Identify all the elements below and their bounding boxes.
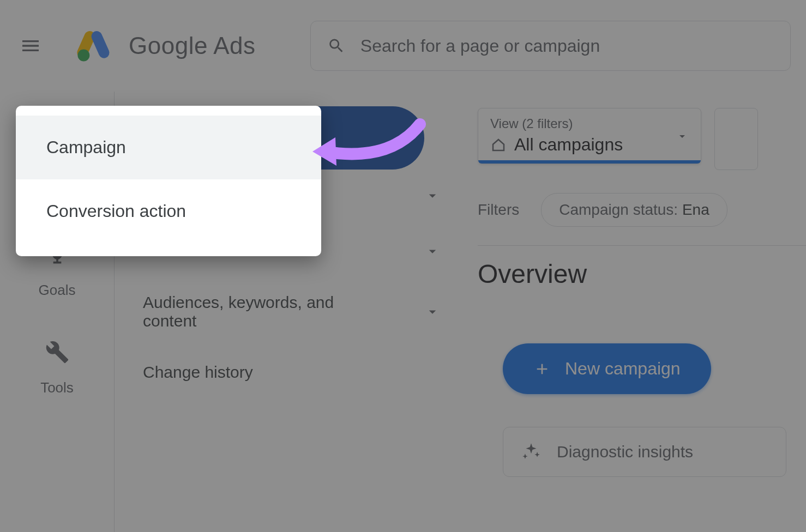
view-selector-extra[interactable] (714, 108, 758, 170)
search-icon (327, 36, 345, 56)
search-input[interactable] (360, 36, 774, 56)
sparkle-icon (521, 442, 542, 462)
plus-icon (533, 360, 551, 378)
app-header: Google Ads (0, 0, 806, 92)
nav-item-change-history[interactable]: Change history (131, 349, 453, 396)
diagnostic-insights-label: Diagnostic insights (557, 443, 693, 461)
create-dropdown: Campaign Conversion action (16, 106, 321, 256)
filter-key: Campaign status: (559, 201, 682, 218)
chevron-down-icon (424, 304, 441, 320)
caret-down-icon (676, 130, 689, 143)
dropdown-item-campaign[interactable]: Campaign (16, 116, 321, 179)
active-underline (478, 160, 701, 164)
search-box[interactable] (310, 21, 791, 71)
view-selector[interactable]: View (2 filters) All campaigns (478, 108, 701, 164)
nav-label-audiences: Audiences, keywords, and content (143, 293, 372, 330)
product-name: Google Ads (129, 32, 256, 59)
hamburger-icon (20, 35, 41, 57)
new-campaign-button[interactable]: New campaign (503, 343, 711, 394)
svg-point-2 (77, 50, 89, 62)
filters-label: Filters (478, 201, 519, 219)
filters-row: Filters Campaign status: Ena (478, 193, 806, 227)
view-filter-row: View (2 filters) All campaigns (478, 108, 806, 170)
divider (478, 245, 806, 246)
nav-item-audiences[interactable]: Audiences, keywords, and content (131, 279, 453, 344)
rail-label-goals: Goals (39, 282, 76, 299)
tools-icon (45, 340, 69, 364)
view-filter-count: View (2 filters) (490, 116, 689, 131)
chevron-down-icon (424, 188, 441, 204)
chevron-down-icon (424, 243, 441, 259)
menu-button[interactable] (15, 31, 46, 61)
filter-pill-campaign-status[interactable]: Campaign status: Ena (541, 193, 727, 227)
nav-label-change-history: Change history (143, 363, 253, 382)
logo-cluster: Google Ads (74, 26, 256, 65)
page-title: Overview (478, 259, 806, 289)
rail-item-tools[interactable]: Tools (0, 330, 114, 396)
filter-val: Ena (682, 201, 709, 218)
google-ads-logo (74, 26, 113, 65)
diagnostic-insights-card[interactable]: Diagnostic insights (503, 427, 786, 477)
main-content: View (2 filters) All campaigns Filters C… (469, 92, 806, 532)
new-campaign-label: New campaign (565, 359, 681, 379)
svg-rect-1 (89, 29, 111, 60)
view-selector-value: All campaigns (514, 135, 623, 155)
home-icon (490, 137, 507, 153)
dropdown-item-conversion-action[interactable]: Conversion action (16, 179, 321, 243)
rail-label-tools: Tools (40, 379, 74, 396)
